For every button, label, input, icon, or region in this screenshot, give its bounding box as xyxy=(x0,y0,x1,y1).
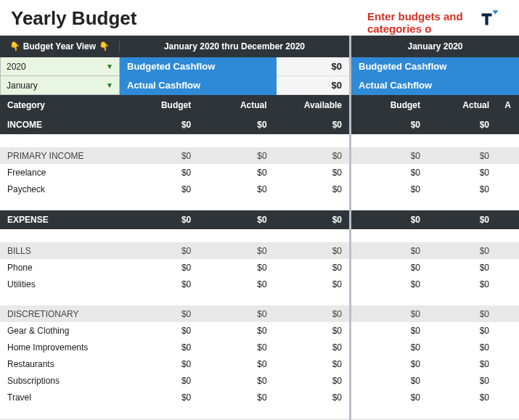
value-cell[interactable]: $0 xyxy=(428,263,496,273)
value-cell[interactable]: $0 xyxy=(198,120,274,130)
category-cell[interactable]: Home Improvements xyxy=(0,342,119,353)
value-cell[interactable]: $0 xyxy=(351,120,428,130)
category-cell[interactable]: Utilities xyxy=(0,279,119,289)
value-cell[interactable]: $0 xyxy=(351,246,428,256)
value-cell[interactable]: $0 xyxy=(428,168,496,178)
value-cell[interactable]: $0 xyxy=(274,392,349,403)
value-cell[interactable]: $0 xyxy=(198,263,274,273)
value-cell[interactable]: $0 xyxy=(198,392,274,403)
table-row: Subscriptions$0$0$0 xyxy=(0,372,349,389)
value-cell[interactable]: $0 xyxy=(428,376,496,386)
category-cell[interactable]: Restaurants xyxy=(0,359,119,369)
value-cell[interactable]: $0 xyxy=(198,246,274,256)
value-cell[interactable]: $0 xyxy=(428,309,496,319)
value-cell[interactable]: $0 xyxy=(198,184,274,194)
category-cell[interactable]: INCOME xyxy=(0,120,119,130)
warning-message: Enter budgets and categories o xyxy=(361,10,519,42)
value-cell[interactable]: $0 xyxy=(274,168,349,178)
value-cell[interactable]: $0 xyxy=(198,326,274,336)
value-cell[interactable]: $0 xyxy=(351,392,428,403)
column-headers: Budget Actual A xyxy=(351,95,519,115)
value-cell[interactable]: $0 xyxy=(119,392,198,403)
actual-cashflow-label: Actual Cashflow xyxy=(120,76,277,95)
table-row xyxy=(0,405,349,419)
value-cell[interactable]: $0 xyxy=(274,215,349,225)
value-cell[interactable]: $0 xyxy=(198,376,274,386)
period-label: January 2020 xyxy=(351,41,519,52)
value-cell[interactable]: $0 xyxy=(428,359,496,369)
category-cell[interactable]: Freelance xyxy=(0,168,119,178)
category-cell[interactable]: PRIMARY INCOME xyxy=(0,151,119,161)
value-cell[interactable]: $0 xyxy=(428,184,496,194)
value-cell[interactable]: $0 xyxy=(274,309,349,319)
table-row: Phone$0$0$0 xyxy=(0,259,349,276)
header-budget: Budget xyxy=(119,100,198,110)
value-cell[interactable]: $0 xyxy=(119,263,198,273)
value-cell[interactable]: $0 xyxy=(119,246,198,256)
category-cell[interactable]: Phone xyxy=(0,263,119,273)
value-cell[interactable]: $0 xyxy=(198,309,274,319)
value-cell[interactable]: $0 xyxy=(428,246,496,256)
value-cell[interactable]: $0 xyxy=(198,168,274,178)
value-cell[interactable]: $0 xyxy=(274,326,349,336)
value-cell[interactable]: $0 xyxy=(428,326,496,336)
table-row xyxy=(0,197,349,210)
value-cell[interactable]: $0 xyxy=(119,215,198,225)
year-select[interactable]: 2020 ▼ xyxy=(0,57,120,76)
value-cell[interactable]: $0 xyxy=(428,151,496,161)
value-cell[interactable]: $0 xyxy=(119,120,198,130)
value-cell[interactable]: $0 xyxy=(351,326,428,336)
pointer-icon: 👇 xyxy=(99,41,110,52)
value-cell[interactable]: $0 xyxy=(428,342,496,353)
value-cell[interactable]: $0 xyxy=(274,263,349,273)
value-cell[interactable]: $0 xyxy=(351,342,428,353)
value-cell[interactable]: $0 xyxy=(119,309,198,319)
value-cell[interactable]: $0 xyxy=(119,359,198,369)
value-cell[interactable]: $0 xyxy=(119,184,198,194)
value-cell[interactable]: $0 xyxy=(274,376,349,386)
value-cell[interactable]: $0 xyxy=(119,168,198,178)
value-cell[interactable]: $0 xyxy=(274,342,349,353)
value-cell[interactable]: $0 xyxy=(119,326,198,336)
value-cell[interactable]: $0 xyxy=(274,279,349,289)
value-cell[interactable]: $0 xyxy=(198,342,274,353)
value-cell[interactable]: $0 xyxy=(351,376,428,386)
category-cell[interactable]: EXPENSE xyxy=(0,215,119,225)
header-category: Category xyxy=(0,100,119,110)
value-cell[interactable]: $0 xyxy=(351,151,428,161)
table-row: $0$0 xyxy=(351,181,519,197)
value-cell[interactable]: $0 xyxy=(428,120,496,130)
value-cell[interactable]: $0 xyxy=(351,279,428,289)
value-cell[interactable]: $0 xyxy=(274,120,349,130)
value-cell[interactable]: $0 xyxy=(119,279,198,289)
value-cell[interactable]: $0 xyxy=(274,359,349,369)
header-actual: Actual xyxy=(428,100,496,110)
value-cell[interactable]: $0 xyxy=(198,359,274,369)
category-cell[interactable]: Subscriptions xyxy=(0,376,119,386)
value-cell[interactable]: $0 xyxy=(351,168,428,178)
value-cell[interactable]: $0 xyxy=(274,184,349,194)
value-cell[interactable]: $0 xyxy=(428,215,496,225)
page-title: Yearly Budget xyxy=(11,7,136,30)
value-cell[interactable]: $0 xyxy=(119,376,198,386)
category-cell[interactable]: Gear & Clothing xyxy=(0,326,119,336)
category-cell[interactable]: BILLS xyxy=(0,246,119,256)
category-cell[interactable]: Travel xyxy=(0,392,119,403)
value-cell[interactable]: $0 xyxy=(274,151,349,161)
value-cell[interactable]: $0 xyxy=(119,342,198,353)
value-cell[interactable]: $0 xyxy=(119,151,198,161)
value-cell[interactable]: $0 xyxy=(274,246,349,256)
value-cell[interactable]: $0 xyxy=(351,215,428,225)
value-cell[interactable]: $0 xyxy=(351,309,428,319)
value-cell[interactable]: $0 xyxy=(351,359,428,369)
category-cell[interactable]: Paycheck xyxy=(0,184,119,194)
value-cell[interactable]: $0 xyxy=(351,184,428,194)
value-cell[interactable]: $0 xyxy=(428,392,496,403)
month-select[interactable]: January ▼ xyxy=(0,76,120,95)
value-cell[interactable]: $0 xyxy=(198,151,274,161)
value-cell[interactable]: $0 xyxy=(198,215,274,225)
value-cell[interactable]: $0 xyxy=(428,279,496,289)
category-cell[interactable]: DISCRETIONARY xyxy=(0,309,119,319)
value-cell[interactable]: $0 xyxy=(351,263,428,273)
value-cell[interactable]: $0 xyxy=(198,279,274,289)
